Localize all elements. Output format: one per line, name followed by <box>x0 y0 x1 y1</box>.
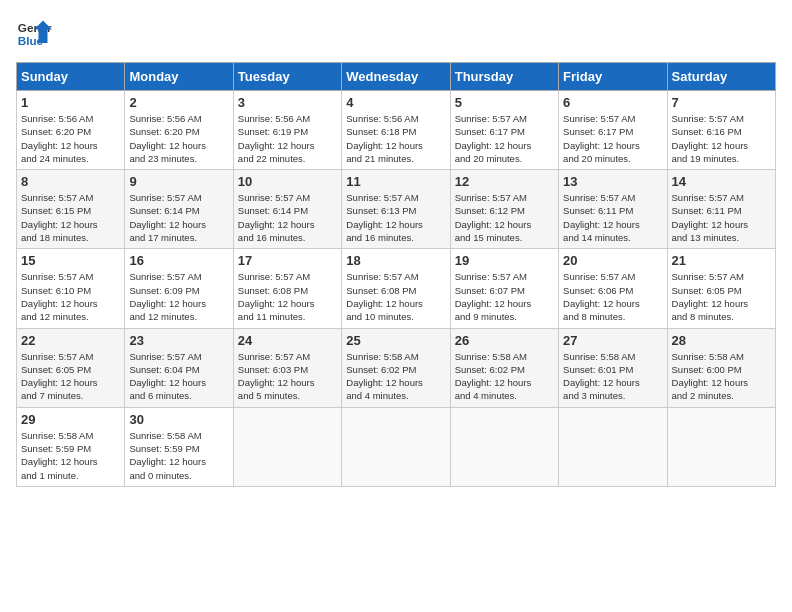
calendar-day-cell: 26Sunrise: 5:58 AM Sunset: 6:02 PM Dayli… <box>450 328 558 407</box>
calendar-day-cell <box>450 407 558 486</box>
calendar-day-cell: 6Sunrise: 5:57 AM Sunset: 6:17 PM Daylig… <box>559 91 667 170</box>
day-number: 24 <box>238 333 337 348</box>
calendar-day-cell: 13Sunrise: 5:57 AM Sunset: 6:11 PM Dayli… <box>559 170 667 249</box>
calendar-day-cell: 15Sunrise: 5:57 AM Sunset: 6:10 PM Dayli… <box>17 249 125 328</box>
calendar-day-cell: 18Sunrise: 5:57 AM Sunset: 6:08 PM Dayli… <box>342 249 450 328</box>
day-info: Sunrise: 5:57 AM Sunset: 6:14 PM Dayligh… <box>238 191 337 244</box>
calendar-day-cell: 28Sunrise: 5:58 AM Sunset: 6:00 PM Dayli… <box>667 328 775 407</box>
day-number: 15 <box>21 253 120 268</box>
day-number: 6 <box>563 95 662 110</box>
calendar-day-cell: 9Sunrise: 5:57 AM Sunset: 6:14 PM Daylig… <box>125 170 233 249</box>
page-header: General Blue <box>16 16 776 52</box>
calendar-day-cell: 8Sunrise: 5:57 AM Sunset: 6:15 PM Daylig… <box>17 170 125 249</box>
day-info: Sunrise: 5:58 AM Sunset: 5:59 PM Dayligh… <box>21 429 120 482</box>
calendar-day-cell: 17Sunrise: 5:57 AM Sunset: 6:08 PM Dayli… <box>233 249 341 328</box>
day-number: 25 <box>346 333 445 348</box>
day-number: 4 <box>346 95 445 110</box>
day-info: Sunrise: 5:57 AM Sunset: 6:06 PM Dayligh… <box>563 270 662 323</box>
calendar-day-cell: 27Sunrise: 5:58 AM Sunset: 6:01 PM Dayli… <box>559 328 667 407</box>
calendar-day-cell: 2Sunrise: 5:56 AM Sunset: 6:20 PM Daylig… <box>125 91 233 170</box>
calendar-week-row: 8Sunrise: 5:57 AM Sunset: 6:15 PM Daylig… <box>17 170 776 249</box>
calendar-day-cell: 3Sunrise: 5:56 AM Sunset: 6:19 PM Daylig… <box>233 91 341 170</box>
calendar-day-cell: 11Sunrise: 5:57 AM Sunset: 6:13 PM Dayli… <box>342 170 450 249</box>
calendar-week-row: 22Sunrise: 5:57 AM Sunset: 6:05 PM Dayli… <box>17 328 776 407</box>
day-info: Sunrise: 5:56 AM Sunset: 6:20 PM Dayligh… <box>129 112 228 165</box>
day-number: 17 <box>238 253 337 268</box>
calendar-day-cell: 1Sunrise: 5:56 AM Sunset: 6:20 PM Daylig… <box>17 91 125 170</box>
calendar-day-cell: 16Sunrise: 5:57 AM Sunset: 6:09 PM Dayli… <box>125 249 233 328</box>
day-number: 26 <box>455 333 554 348</box>
day-number: 23 <box>129 333 228 348</box>
day-info: Sunrise: 5:56 AM Sunset: 6:20 PM Dayligh… <box>21 112 120 165</box>
day-number: 9 <box>129 174 228 189</box>
calendar-day-cell: 10Sunrise: 5:57 AM Sunset: 6:14 PM Dayli… <box>233 170 341 249</box>
day-info: Sunrise: 5:58 AM Sunset: 6:02 PM Dayligh… <box>455 350 554 403</box>
day-number: 16 <box>129 253 228 268</box>
day-number: 19 <box>455 253 554 268</box>
day-number: 1 <box>21 95 120 110</box>
day-number: 3 <box>238 95 337 110</box>
day-number: 12 <box>455 174 554 189</box>
day-number: 28 <box>672 333 771 348</box>
day-of-week-header: Monday <box>125 63 233 91</box>
day-number: 2 <box>129 95 228 110</box>
day-info: Sunrise: 5:57 AM Sunset: 6:11 PM Dayligh… <box>563 191 662 244</box>
day-info: Sunrise: 5:57 AM Sunset: 6:11 PM Dayligh… <box>672 191 771 244</box>
day-info: Sunrise: 5:57 AM Sunset: 6:08 PM Dayligh… <box>346 270 445 323</box>
day-of-week-header: Tuesday <box>233 63 341 91</box>
day-of-week-header: Saturday <box>667 63 775 91</box>
calendar-day-cell <box>342 407 450 486</box>
day-of-week-header: Friday <box>559 63 667 91</box>
day-info: Sunrise: 5:57 AM Sunset: 6:07 PM Dayligh… <box>455 270 554 323</box>
day-info: Sunrise: 5:57 AM Sunset: 6:09 PM Dayligh… <box>129 270 228 323</box>
day-info: Sunrise: 5:58 AM Sunset: 5:59 PM Dayligh… <box>129 429 228 482</box>
day-info: Sunrise: 5:56 AM Sunset: 6:18 PM Dayligh… <box>346 112 445 165</box>
calendar-day-cell: 20Sunrise: 5:57 AM Sunset: 6:06 PM Dayli… <box>559 249 667 328</box>
day-of-week-header: Wednesday <box>342 63 450 91</box>
day-number: 21 <box>672 253 771 268</box>
day-of-week-header: Thursday <box>450 63 558 91</box>
calendar-day-cell: 12Sunrise: 5:57 AM Sunset: 6:12 PM Dayli… <box>450 170 558 249</box>
logo: General Blue <box>16 16 52 52</box>
day-info: Sunrise: 5:57 AM Sunset: 6:12 PM Dayligh… <box>455 191 554 244</box>
day-info: Sunrise: 5:57 AM Sunset: 6:17 PM Dayligh… <box>563 112 662 165</box>
calendar-day-cell: 4Sunrise: 5:56 AM Sunset: 6:18 PM Daylig… <box>342 91 450 170</box>
calendar-day-cell: 24Sunrise: 5:57 AM Sunset: 6:03 PM Dayli… <box>233 328 341 407</box>
day-number: 18 <box>346 253 445 268</box>
day-info: Sunrise: 5:57 AM Sunset: 6:10 PM Dayligh… <box>21 270 120 323</box>
day-info: Sunrise: 5:58 AM Sunset: 6:02 PM Dayligh… <box>346 350 445 403</box>
day-info: Sunrise: 5:57 AM Sunset: 6:14 PM Dayligh… <box>129 191 228 244</box>
day-number: 29 <box>21 412 120 427</box>
calendar-day-cell <box>667 407 775 486</box>
day-number: 7 <box>672 95 771 110</box>
calendar-day-cell: 19Sunrise: 5:57 AM Sunset: 6:07 PM Dayli… <box>450 249 558 328</box>
day-number: 22 <box>21 333 120 348</box>
calendar-day-cell: 22Sunrise: 5:57 AM Sunset: 6:05 PM Dayli… <box>17 328 125 407</box>
calendar-table: SundayMondayTuesdayWednesdayThursdayFrid… <box>16 62 776 487</box>
calendar-day-cell <box>233 407 341 486</box>
day-of-week-header: Sunday <box>17 63 125 91</box>
day-info: Sunrise: 5:57 AM Sunset: 6:16 PM Dayligh… <box>672 112 771 165</box>
calendar-day-cell: 29Sunrise: 5:58 AM Sunset: 5:59 PM Dayli… <box>17 407 125 486</box>
day-info: Sunrise: 5:57 AM Sunset: 6:17 PM Dayligh… <box>455 112 554 165</box>
calendar-week-row: 1Sunrise: 5:56 AM Sunset: 6:20 PM Daylig… <box>17 91 776 170</box>
day-number: 13 <box>563 174 662 189</box>
day-number: 8 <box>21 174 120 189</box>
day-number: 11 <box>346 174 445 189</box>
day-number: 27 <box>563 333 662 348</box>
days-of-week-header: SundayMondayTuesdayWednesdayThursdayFrid… <box>17 63 776 91</box>
calendar-day-cell: 23Sunrise: 5:57 AM Sunset: 6:04 PM Dayli… <box>125 328 233 407</box>
calendar-day-cell: 7Sunrise: 5:57 AM Sunset: 6:16 PM Daylig… <box>667 91 775 170</box>
calendar-body: 1Sunrise: 5:56 AM Sunset: 6:20 PM Daylig… <box>17 91 776 487</box>
day-info: Sunrise: 5:57 AM Sunset: 6:13 PM Dayligh… <box>346 191 445 244</box>
day-info: Sunrise: 5:57 AM Sunset: 6:08 PM Dayligh… <box>238 270 337 323</box>
day-number: 14 <box>672 174 771 189</box>
day-info: Sunrise: 5:57 AM Sunset: 6:03 PM Dayligh… <box>238 350 337 403</box>
day-info: Sunrise: 5:57 AM Sunset: 6:15 PM Dayligh… <box>21 191 120 244</box>
calendar-day-cell: 25Sunrise: 5:58 AM Sunset: 6:02 PM Dayli… <box>342 328 450 407</box>
day-number: 5 <box>455 95 554 110</box>
calendar-day-cell <box>559 407 667 486</box>
day-info: Sunrise: 5:58 AM Sunset: 6:01 PM Dayligh… <box>563 350 662 403</box>
day-info: Sunrise: 5:57 AM Sunset: 6:04 PM Dayligh… <box>129 350 228 403</box>
logo-icon: General Blue <box>16 16 52 52</box>
